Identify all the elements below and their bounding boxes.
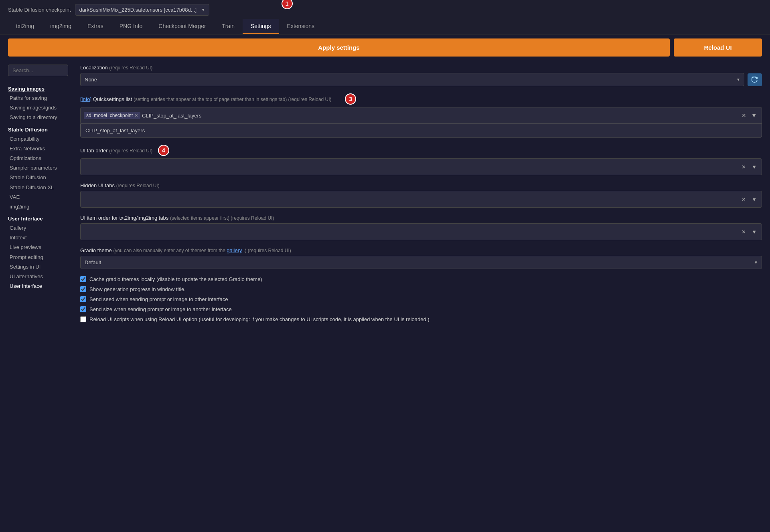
sidebar-item-optimizations[interactable]: Optimizations: [8, 154, 68, 163]
tab-txt2img[interactable]: txt2img: [8, 19, 42, 34]
reload-scripts-checkbox[interactable]: [80, 316, 86, 322]
refresh-icon: [752, 77, 758, 83]
sidebar-item-user-interface[interactable]: User interface: [8, 281, 68, 291]
show-progress-label[interactable]: Show generation progress in window title…: [89, 286, 186, 292]
localization-refresh-button[interactable]: [748, 73, 762, 86]
quicksettings-clear-btn[interactable]: ✕: [740, 111, 748, 119]
sidebar-group-stable-diffusion[interactable]: Stable Diffusion: [8, 127, 68, 133]
hidden-ui-tabs-clear-btn[interactable]: ✕: [740, 196, 748, 203]
sidebar-item-stable-diffusion[interactable]: Stable Diffusion: [8, 173, 68, 182]
checkbox-send-seed: Send seed when sending prompt or image t…: [80, 296, 762, 302]
gallery-link[interactable]: gallery: [227, 247, 242, 253]
gradio-theme-select[interactable]: Default: [80, 256, 762, 269]
tab-extras[interactable]: Extras: [79, 19, 111, 34]
sidebar-item-vae[interactable]: VAE: [8, 192, 68, 202]
hidden-ui-tabs-field[interactable]: ✕ ▼: [80, 191, 762, 208]
sidebar-item-settings-in-ui[interactable]: Settings in UI: [8, 262, 68, 272]
annotation-badge-4: 4: [158, 145, 169, 156]
ui-item-order-field-actions: ✕ ▼: [740, 228, 758, 236]
checkbox-show-progress: Show generation progress in window title…: [80, 286, 762, 292]
hidden-ui-tabs-dropdown-btn[interactable]: ▼: [750, 196, 758, 203]
ui-tab-order-dropdown-btn[interactable]: ▼: [750, 163, 758, 171]
show-progress-checkbox[interactable]: [80, 286, 86, 292]
quicksettings-info-link[interactable]: [info]: [80, 96, 91, 102]
quicksettings-actions: ✕ ▼: [740, 111, 758, 119]
localization-label: Localization (requires Reload UI): [80, 65, 762, 71]
ui-tab-order-field[interactable]: ✕ ▼: [80, 158, 762, 175]
ui-tab-order-field-actions: ✕ ▼: [740, 163, 758, 171]
sidebar-item-paths-for-saving[interactable]: Paths for saving: [8, 93, 68, 103]
quicksettings-tag-remove[interactable]: ✕: [134, 113, 138, 118]
ui-item-order-label: UI item order for txt2img/img2img tabs (…: [80, 215, 762, 221]
sidebar-group-user-interface[interactable]: User Interface: [8, 216, 68, 222]
localization-select[interactable]: None: [80, 73, 744, 86]
ui-item-order-clear-btn[interactable]: ✕: [740, 228, 748, 236]
ui-item-order-field[interactable]: ✕ ▼: [80, 223, 762, 240]
tab-img2img[interactable]: img2img: [42, 19, 79, 34]
quicksettings-label: [info] Quicksettings list (setting entri…: [80, 93, 762, 105]
main-layout: Saving images Paths for saving Saving im…: [0, 65, 770, 326]
sidebar-item-compatibility[interactable]: Compatibility: [8, 134, 68, 144]
quicksettings-tag-sd-model: sd_model_checkpoint ✕: [84, 112, 140, 119]
sidebar-search-input[interactable]: [8, 65, 68, 76]
nav-tabs: txt2img img2img Extras PNG Info Checkpoi…: [8, 19, 762, 34]
send-size-checkbox[interactable]: [80, 306, 86, 312]
checkpoint-label: Stable Diffusion checkpoint: [8, 7, 71, 13]
localization-select-wrap[interactable]: None: [80, 73, 744, 86]
hidden-ui-tabs-field-actions: ✕ ▼: [740, 196, 758, 203]
settings-content: Localization (requires Reload UI) None: [72, 65, 762, 326]
tab-settings[interactable]: Settings: [243, 19, 279, 34]
send-seed-checkbox[interactable]: [80, 296, 86, 302]
sidebar-item-gallery[interactable]: Gallery: [8, 223, 68, 233]
action-bar: Apply settings Reload UI: [0, 34, 770, 61]
ui-tab-order-clear-btn[interactable]: ✕: [740, 163, 748, 171]
apply-settings-button[interactable]: Apply settings: [8, 38, 670, 57]
ui-tab-order-setting: UI tab order (requires Reload UI) 4 ✕ ▼: [80, 145, 762, 175]
sidebar-item-prompt-editing[interactable]: Prompt editing: [8, 253, 68, 262]
ui-tab-order-label: UI tab order (requires Reload UI) 4: [80, 145, 762, 156]
checkbox-send-size: Send size when sending prompt or image t…: [80, 306, 762, 312]
ui-item-order-dropdown-btn[interactable]: ▼: [750, 228, 758, 236]
sidebar-item-ui-alternatives[interactable]: UI alternatives: [8, 272, 68, 281]
gradio-theme-select-wrap[interactable]: Default: [80, 256, 762, 269]
quicksettings-suggestion-box: CLIP_stop_at_last_layers: [80, 123, 762, 138]
cache-gradio-checkbox[interactable]: [80, 276, 86, 282]
sidebar-item-saving-to-directory[interactable]: Saving to a directory: [8, 113, 68, 122]
quicksettings-suggestion-item[interactable]: CLIP_stop_at_last_layers: [81, 125, 762, 136]
tab-train[interactable]: Train: [214, 19, 243, 34]
sidebar-item-infotext[interactable]: Infotext: [8, 233, 68, 243]
sidebar-item-stable-diffusion-xl[interactable]: Stable Diffusion XL: [8, 183, 68, 192]
send-size-label[interactable]: Send size when sending prompt or image t…: [89, 306, 232, 312]
sidebar-item-extra-networks[interactable]: Extra Networks: [8, 144, 68, 154]
sidebar-item-img2img-settings[interactable]: img2img: [8, 202, 68, 212]
quicksettings-setting: [info] Quicksettings list (setting entri…: [80, 93, 762, 138]
cache-gradio-label[interactable]: Cache gradio themes locally (disable to …: [89, 276, 262, 282]
reload-ui-button[interactable]: Reload UI: [674, 38, 762, 57]
quicksettings-tag-input[interactable]: sd_model_checkpoint ✕ ✕ ▼: [80, 107, 762, 124]
reload-scripts-label[interactable]: Reload UI scripts when using Reload UI o…: [89, 316, 430, 322]
sidebar-item-sampler-parameters[interactable]: Sampler parameters: [8, 163, 68, 173]
hidden-ui-tabs-label: Hidden UI tabs (requires Reload UI): [80, 182, 762, 188]
sidebar: Saving images Paths for saving Saving im…: [8, 65, 72, 326]
checkbox-reload-scripts: Reload UI scripts when using Reload UI o…: [80, 316, 762, 322]
annotation-badge-1: 1: [282, 0, 293, 9]
ui-item-order-setting: UI item order for txt2img/img2img tabs (…: [80, 215, 762, 240]
send-seed-label[interactable]: Send seed when sending prompt or image t…: [89, 296, 228, 302]
sidebar-group-saving-images[interactable]: Saving images: [8, 86, 68, 92]
annotation-badge-3: 3: [345, 93, 356, 105]
checkpoint-select[interactable]: darkSushiMixMix_225D.safetensors [cca17b…: [75, 4, 209, 16]
checkboxes-group: Cache gradio themes locally (disable to …: [80, 276, 762, 322]
header: Stable Diffusion checkpoint darkSushiMix…: [0, 0, 770, 34]
localization-setting: Localization (requires Reload UI) None: [80, 65, 762, 86]
checkpoint-area: Stable Diffusion checkpoint darkSushiMix…: [8, 4, 762, 19]
gradio-theme-label: Gradio theme (you can also manually ente…: [80, 247, 762, 253]
quicksettings-dropdown-btn[interactable]: ▼: [750, 111, 758, 119]
gradio-theme-setting: Gradio theme (you can also manually ente…: [80, 247, 762, 269]
checkpoint-select-wrap[interactable]: darkSushiMixMix_225D.safetensors [cca17b…: [75, 4, 209, 16]
sidebar-item-saving-images-grids[interactable]: Saving images/grids: [8, 103, 68, 113]
tab-extensions[interactable]: Extensions: [279, 19, 322, 34]
tab-checkpoint-merger[interactable]: Checkpoint Merger: [150, 19, 214, 34]
tab-png-info[interactable]: PNG Info: [111, 19, 151, 34]
quicksettings-text-input[interactable]: [142, 113, 738, 119]
sidebar-item-live-previews[interactable]: Live previews: [8, 243, 68, 252]
